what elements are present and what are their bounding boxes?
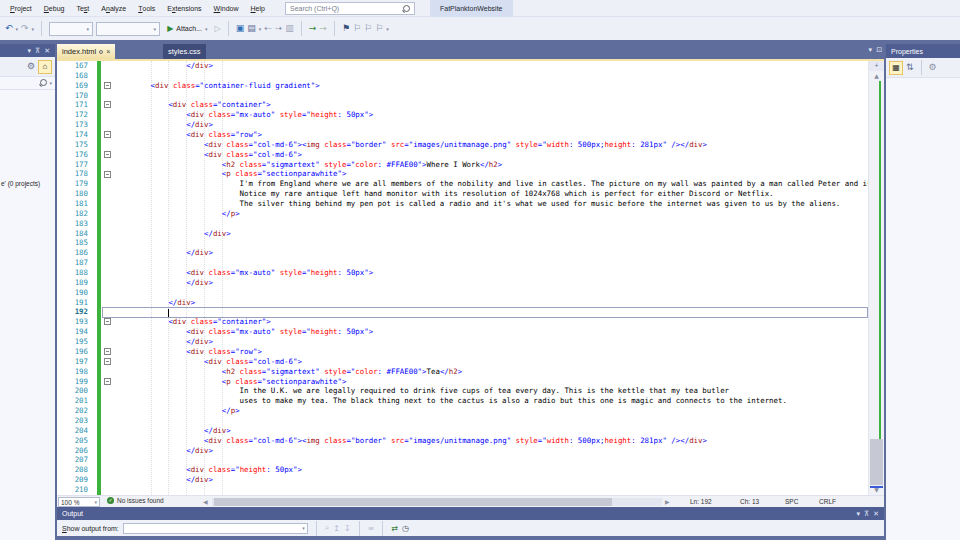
code-line[interactable]: <div class="mx-auto" style="height: 50px… xyxy=(115,268,868,278)
code-line[interactable]: </p> xyxy=(115,209,868,219)
splitter-handle-icon[interactable]: + xyxy=(869,61,884,71)
search-options-icon[interactable]: ▾ xyxy=(49,80,52,86)
comment-icon[interactable]: ▥ xyxy=(285,24,294,33)
code-line[interactable]: <div class="row"> xyxy=(115,347,868,357)
scroll-right-icon[interactable]: ▶ xyxy=(665,498,670,505)
code-line[interactable] xyxy=(115,288,868,298)
search-icon[interactable] xyxy=(402,5,410,13)
code-line[interactable]: <div class="col-md-6"><img class="border… xyxy=(115,436,868,446)
code-editor[interactable]: 1671681691701711721731741751761771781791… xyxy=(57,61,884,495)
collapse-region-icon[interactable] xyxy=(104,378,111,385)
collapse-region-icon[interactable] xyxy=(104,131,111,138)
previous-message-icon[interactable]: ↥ xyxy=(333,524,340,533)
configuration-dropdown[interactable]: ▾ xyxy=(49,22,93,36)
tab-index.html[interactable]: index.html× xyxy=(57,44,115,59)
zoom-dropdown[interactable]: 100 % ▾ xyxy=(58,497,100,507)
move-to-next-icon[interactable]: → xyxy=(309,24,317,33)
undo-dropdown-icon[interactable]: ▾ xyxy=(16,26,19,32)
code-line[interactable] xyxy=(115,455,868,465)
window-list-dropdown-icon[interactable]: ▾ xyxy=(869,46,873,54)
wrench-icon[interactable]: ⚙ xyxy=(27,62,35,71)
code-line[interactable]: <p class="sectionparawhite"> xyxy=(115,377,868,387)
code-line[interactable]: <div class="height: 50px"> xyxy=(115,465,868,475)
platform-dropdown[interactable]: ▾ xyxy=(96,22,160,36)
close-tab-icon[interactable]: × xyxy=(106,48,110,55)
redo-dropdown-icon[interactable]: ▾ xyxy=(32,26,35,32)
menu-item-help[interactable]: Help xyxy=(245,0,271,16)
horizontal-scrollbar[interactable] xyxy=(212,498,662,506)
code-line[interactable]: <div class="mx-auto" style="height: 50px… xyxy=(115,327,868,337)
clear-bookmarks-icon[interactable]: ⚐ xyxy=(375,24,383,33)
scroll-down-icon[interactable]: ▼ xyxy=(869,485,884,495)
code-line[interactable]: <div class="col-md-6"><img class="border… xyxy=(115,140,868,150)
move-to-previous-icon[interactable]: → xyxy=(319,24,327,33)
code-line[interactable]: <p class="sectionparawhite"> xyxy=(115,169,868,179)
menu-item-analyze[interactable]: Analyze xyxy=(95,0,132,16)
code-line[interactable]: </div> xyxy=(115,61,868,71)
home-icon[interactable]: ⌂ xyxy=(38,60,52,74)
menu-item-window[interactable]: Window xyxy=(208,0,245,16)
code-line[interactable]: </div> xyxy=(115,446,868,456)
code-line[interactable]: </div> xyxy=(115,426,868,436)
horizontal-scrollbar-thumb[interactable] xyxy=(214,498,612,506)
scroll-up-icon[interactable]: ▲ xyxy=(869,71,884,81)
clock-icon[interactable]: ◷ xyxy=(402,524,409,533)
code-line[interactable]: </div> xyxy=(115,229,868,239)
close-icon[interactable]: ✕ xyxy=(873,510,879,518)
previous-bookmark-icon[interactable]: ⚐ xyxy=(353,24,361,33)
collapse-region-icon[interactable] xyxy=(104,101,111,108)
navigate-backward-icon[interactable]: ⇠ xyxy=(264,24,272,33)
clear-all-icon[interactable]: ≡ xyxy=(368,524,375,533)
collapse-region-icon[interactable] xyxy=(104,82,111,89)
code-line[interactable] xyxy=(115,258,868,268)
menu-item-test[interactable]: Test xyxy=(70,0,95,16)
code-line[interactable]: <div class="mx-auto" style="height: 50px… xyxy=(115,110,868,120)
code-line[interactable]: </p> xyxy=(115,406,868,416)
issues-indicator[interactable]: ✓ No issues found xyxy=(107,497,164,504)
find-message-icon[interactable]: ⌕ xyxy=(325,523,329,533)
code-line[interactable]: The silver thing behind my pen pot is ca… xyxy=(115,199,868,209)
quick-find-dropdown-icon[interactable]: ▾ xyxy=(259,26,262,32)
find-in-files-icon[interactable]: ▣ xyxy=(236,24,245,33)
window-position-icon[interactable]: ▾ xyxy=(856,510,860,518)
window-position-icon[interactable]: ▾ xyxy=(27,47,31,55)
code-line[interactable] xyxy=(115,219,868,229)
tab-styles.css[interactable]: styles.css xyxy=(163,44,206,59)
menu-item-project[interactable]: Project xyxy=(4,0,38,16)
code-line[interactable]: </div> xyxy=(115,248,868,258)
pin-icon[interactable]: ⊼ xyxy=(35,47,40,55)
code-line[interactable]: </div> xyxy=(115,278,868,288)
code-line[interactable] xyxy=(115,71,868,81)
property-pages-icon[interactable]: ⚙ xyxy=(929,63,937,72)
float-window-icon[interactable]: ⊡ xyxy=(876,46,882,54)
vertical-scrollbar-thumb[interactable] xyxy=(870,439,883,485)
code-line[interactable]: <div class="col-md-6"> xyxy=(115,357,868,367)
toggle-wordwrap-icon[interactable]: ⇄ xyxy=(391,524,398,533)
code-line[interactable]: <div class="container"> xyxy=(115,317,868,327)
collapse-region-icon[interactable] xyxy=(104,151,111,158)
code-line[interactable]: </div> xyxy=(115,475,868,485)
quick-find-icon[interactable]: ▤ xyxy=(247,24,256,33)
attach-button[interactable]: ▶ Attach... ▾ xyxy=(163,23,211,35)
vertical-scrollbar[interactable]: + ▲ ▼ xyxy=(868,61,884,495)
code-line[interactable]: Notice my rare antique left hand monitor… xyxy=(115,189,868,199)
menu-item-extensions[interactable]: Extensions xyxy=(161,0,207,16)
code-line[interactable]: <div class="row"> xyxy=(115,130,868,140)
code-line[interactable] xyxy=(115,416,868,426)
navigate-forward-icon[interactable]: ⇢ xyxy=(275,24,283,33)
bookmark-icon[interactable]: ⚑ xyxy=(342,24,350,33)
code-text-area[interactable]: </div> <div class="container-fluid gradi… xyxy=(115,61,868,495)
code-line[interactable]: <h2 class="sigmartext" style="color: #FF… xyxy=(115,367,868,377)
code-line[interactable] xyxy=(115,91,868,101)
code-line[interactable] xyxy=(115,485,868,495)
close-icon[interactable]: ✕ xyxy=(44,47,50,55)
code-line[interactable]: <div class="container"> xyxy=(115,100,868,110)
menu-item-tools[interactable]: Tools xyxy=(132,0,161,16)
toolbar-overflow-icon[interactable]: ▾ xyxy=(386,26,389,32)
menu-item-debug[interactable]: Debug xyxy=(38,0,71,16)
pin-icon[interactable]: ⊼ xyxy=(864,510,869,518)
continue-icon[interactable]: ▷ xyxy=(214,25,220,33)
solution-search-box[interactable]: ▾ xyxy=(0,77,55,90)
code-line[interactable]: <div class="container-fluid gradient"> xyxy=(115,81,868,91)
next-message-icon[interactable]: ↧ xyxy=(344,524,351,533)
